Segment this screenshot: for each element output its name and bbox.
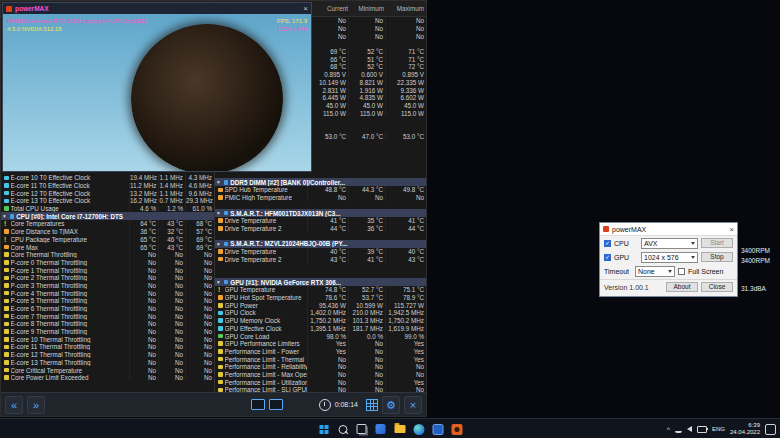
stop-button[interactable]: Stop — [701, 252, 733, 262]
sensor-row[interactable]: GPU Core Load98.0 %0.0 %99.0 % — [215, 332, 426, 340]
sensor-value-max: No — [385, 17, 426, 24]
gpu-checkbox[interactable]: ✓ — [604, 254, 611, 261]
hwinfo-app-button[interactable] — [431, 422, 445, 436]
sensor-row[interactable]: Core Thermal ThrottlingNoNoNo — [1, 251, 214, 259]
sensor-value-max: No — [185, 328, 214, 335]
sensor-section-row[interactable]: ▾S.M.A.R.T.: HFM001TD3JX013N (C3... — [215, 209, 426, 217]
sensor-row[interactable]: Performance Limit - ThermalNoNoYes — [215, 355, 426, 363]
sensor-row[interactable]: PMIC High TemperatureNoNoNo — [215, 194, 426, 202]
close-button[interactable]: × — [404, 396, 422, 414]
sensor-row[interactable]: E-core 6 Thermal ThrottlingNoNoNo — [1, 305, 214, 313]
sensor-row[interactable]: Performance Limit - UtilizationNoNoYes — [215, 378, 426, 386]
start-button[interactable]: Start — [701, 238, 733, 248]
column-minimum[interactable]: Minimum — [350, 5, 386, 12]
sensor-row[interactable]: E-core 8 Thermal ThrottlingNoNoNo — [1, 320, 214, 328]
sensor-section-row[interactable]: ▾CPU [#0]: Intel Core i7-12700H: DTS — [1, 212, 214, 220]
sensor-row[interactable]: P-core 4 Thermal ThrottlingNoNoNo — [1, 289, 214, 297]
sensor-row[interactable]: Total CPU Usage4.6 %1.2 %61.0 % — [1, 205, 214, 213]
column-maximum[interactable]: Maximum — [386, 5, 426, 12]
sensor-section-row[interactable]: ▾GPU [#1]: NVIDIA GeForce RTX 306... — [215, 278, 426, 286]
column-current[interactable]: Current — [310, 5, 350, 12]
sensor-label: E-core 9 Thermal Throttling — [11, 328, 130, 335]
tray-chevron-up-icon[interactable]: ^ — [667, 426, 670, 433]
fullscreen-checkbox[interactable] — [678, 268, 685, 275]
task-view-button[interactable] — [355, 422, 369, 436]
sensor-row[interactable]: E-core 10 T0 Effective Clock19.4 MHz1.1 … — [1, 174, 214, 182]
close-dialog-button[interactable]: Close — [701, 282, 733, 292]
sensor-row[interactable]: Core Critical TemperatureNoNoNo — [1, 366, 214, 374]
sensor-section-row[interactable]: ▾DDR5 DIMM [#2] [BANK 0]/Controller... — [215, 178, 426, 186]
sensor-row[interactable]: Drive Temperature40 °C39 °C40 °C — [215, 248, 426, 256]
sensor-value-max: 1,942.5 MHz — [385, 309, 426, 316]
sensor-row[interactable]: P-core 5 Thermal ThrottlingNoNoNo — [1, 297, 214, 305]
sensor-row[interactable]: Core Max65 °C43 °C69 °C — [1, 243, 214, 251]
sensor-row[interactable]: E-core 11 T0 Effective Clock11.2 MHz1.4 … — [1, 182, 214, 190]
powermax-titlebar[interactable]: powerMAX × — [3, 3, 311, 14]
sensor-row[interactable]: GPU Effective Clock1,395.1 MHz181.7 MHz1… — [215, 325, 426, 333]
sensor-row[interactable]: Drive Temperature 244 °C36 °C44 °C — [215, 225, 426, 233]
dialog-titlebar[interactable]: powerMAX × — [600, 223, 737, 236]
close-icon[interactable]: × — [729, 225, 734, 234]
sensor-row[interactable]: GPU Hot Spot Temperature78.6 °C53.7 °C78… — [215, 294, 426, 302]
sensor-row[interactable]: Drive Temperature41 °C35 °C41 °C — [215, 217, 426, 225]
monitor-icon[interactable] — [269, 399, 283, 410]
settings-gear-button[interactable]: ⚙ — [382, 396, 400, 414]
sensor-row[interactable]: GPU Memory Clock1,750.2 MHz101.3 MHz1,75… — [215, 317, 426, 325]
sensor-row[interactable]: Performance Limit - Max Operatin...NoNoN… — [215, 371, 426, 379]
sensor-row[interactable]: GPU Performance LimitersYesNoYes — [215, 340, 426, 348]
sensor-section-row[interactable]: ▾S.M.A.R.T.: MZVL21024HBJQ-00B (PY... — [215, 240, 426, 248]
sensor-row[interactable]: P-core 3 Thermal ThrottlingNoNoNo — [1, 282, 214, 290]
file-explorer-button[interactable] — [393, 422, 407, 436]
battery-icon[interactable] — [697, 426, 707, 433]
about-button[interactable]: About — [666, 282, 698, 292]
collapse-icon[interactable]: ▾ — [3, 213, 6, 219]
sensor-row[interactable]: Performance Limit - Reliability Volt...N… — [215, 363, 426, 371]
sensor-row[interactable]: E-core 12 T0 Effective Clock13.2 MHz1.1 … — [1, 189, 214, 197]
sensor-value-max: 99.0 % — [385, 333, 426, 340]
collapse-icon[interactable]: ▾ — [217, 279, 220, 285]
sensor-row[interactable]: E-core 13 Thermal ThrottlingNoNoNo — [1, 359, 214, 367]
volume-icon[interactable] — [687, 426, 692, 432]
sensor-row[interactable]: P-core 0 Thermal ThrottlingNoNoNo — [1, 259, 214, 267]
powermax-app-button[interactable] — [450, 422, 464, 436]
sensor-row[interactable]: E-core 12 Thermal ThrottlingNoNoNo — [1, 351, 214, 359]
language-indicator[interactable]: ENG — [712, 426, 725, 432]
sensor-row[interactable]: !CPU Package Temperature65 °C46 °C69 °C — [1, 236, 214, 244]
monitor-icon[interactable] — [251, 399, 265, 410]
close-icon[interactable]: × — [303, 4, 308, 13]
collapse-icon[interactable]: ▾ — [217, 241, 220, 247]
edge-button[interactable] — [412, 422, 426, 436]
sensor-row[interactable]: Core Distance to TjMAX36 °C32 °C57 °C — [1, 228, 214, 236]
search-button[interactable] — [336, 422, 350, 436]
sensor-row[interactable]: !Core Temperatures64 °C43 °C68 °C — [1, 220, 214, 228]
notifications-icon[interactable] — [765, 424, 776, 435]
sensor-row[interactable]: E-core 7 Thermal ThrottlingNoNoNo — [1, 312, 214, 320]
flag-icon — [4, 268, 9, 273]
widgets-button[interactable] — [374, 422, 388, 436]
sensor-row[interactable]: GPU Clock1,402.0 MHz210.0 MHz1,942.5 MHz — [215, 309, 426, 317]
sensor-row[interactable]: Performance Limit - PowerYesNoYes — [215, 348, 426, 356]
timeout-select[interactable]: None — [635, 266, 675, 277]
start-button[interactable] — [317, 422, 331, 436]
cpu-checkbox[interactable]: ✓ — [604, 240, 611, 247]
collapse-icon[interactable]: ▾ — [217, 210, 220, 216]
sensor-row[interactable]: E-core 9 Thermal ThrottlingNoNoNo — [1, 328, 214, 336]
grid-button[interactable] — [366, 399, 378, 411]
clock-widget[interactable]: 6:39 24.04.2022 — [730, 422, 760, 436]
sensor-row[interactable]: E-core 11 Thermal ThrottlingNoNoNo — [1, 343, 214, 351]
sensor-row[interactable]: E-core 10 Thermal ThrottlingNoNoNo — [1, 335, 214, 343]
sensor-row[interactable]: P-core 2 Thermal ThrottlingNoNoNo — [1, 274, 214, 282]
back-button[interactable]: « — [5, 396, 23, 414]
sensor-row[interactable]: !GPU Temperature74.8 °C52.7 °C75.1 °C — [215, 286, 426, 294]
sensor-row[interactable]: GPU Power95.436 W10.599 W115.727 W — [215, 301, 426, 309]
sensor-row[interactable]: Drive Temperature 243 °C41 °C43 °C — [215, 255, 426, 263]
collapse-icon[interactable]: ▾ — [217, 179, 220, 185]
sensor-row[interactable]: P-core 1 Thermal ThrottlingNoNoNo — [1, 266, 214, 274]
cpu-mode-select[interactable]: AVX — [641, 238, 698, 249]
sensor-row[interactable]: E-core 13 T0 Effective Clock16.2 MHz0.7 … — [1, 197, 214, 205]
sensor-row[interactable]: Core Power Limit ExceededNoNoNo — [1, 374, 214, 382]
forward-button[interactable]: » — [27, 396, 45, 414]
network-icon[interactable] — [675, 425, 682, 433]
sensor-row[interactable]: SPD Hub Temperature48.8 °C44.3 °C49.8 °C — [215, 186, 426, 194]
gpu-resolution-select[interactable]: 1024 x 576 — [641, 252, 698, 263]
